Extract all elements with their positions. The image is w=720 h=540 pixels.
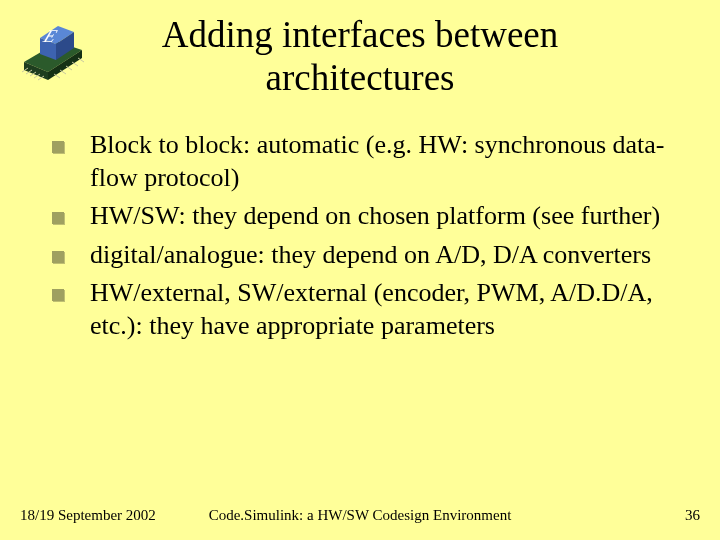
square-bullet-icon <box>52 212 64 224</box>
square-bullet-icon <box>52 289 64 301</box>
bullet-text: HW/external, SW/external (encoder, PWM, … <box>90 277 668 342</box>
list-item: HW/external, SW/external (encoder, PWM, … <box>52 277 668 342</box>
chip-logo: E <box>18 18 88 88</box>
square-bullet-icon <box>52 141 64 153</box>
list-item: digital/analogue: they depend on A/D, D/… <box>52 239 668 272</box>
slide: E Adding interfaces between architecture… <box>0 0 720 540</box>
square-bullet-icon <box>52 251 64 263</box>
slide-footer: 18/19 September 2002 Code.Simulink: a HW… <box>0 507 720 524</box>
svg-line-8 <box>54 74 60 78</box>
bullet-text: HW/SW: they depend on chosen platform (s… <box>90 200 660 233</box>
slide-body: Block to block: automatic (e.g. HW: sync… <box>0 99 720 342</box>
list-item: Block to block: automatic (e.g. HW: sync… <box>52 129 668 194</box>
bullet-text: Block to block: automatic (e.g. HW: sync… <box>90 129 668 194</box>
slide-title: Adding interfaces between architectures <box>0 0 720 99</box>
svg-line-10 <box>66 66 72 70</box>
bullet-text: digital/analogue: they depend on A/D, D/… <box>90 239 651 272</box>
svg-line-11 <box>72 62 78 66</box>
list-item: HW/SW: they depend on chosen platform (s… <box>52 200 668 233</box>
page-number: 36 <box>685 507 700 524</box>
bullet-list: Block to block: automatic (e.g. HW: sync… <box>52 129 668 342</box>
svg-line-9 <box>60 70 66 74</box>
footer-date: 18/19 September 2002 <box>20 507 156 524</box>
